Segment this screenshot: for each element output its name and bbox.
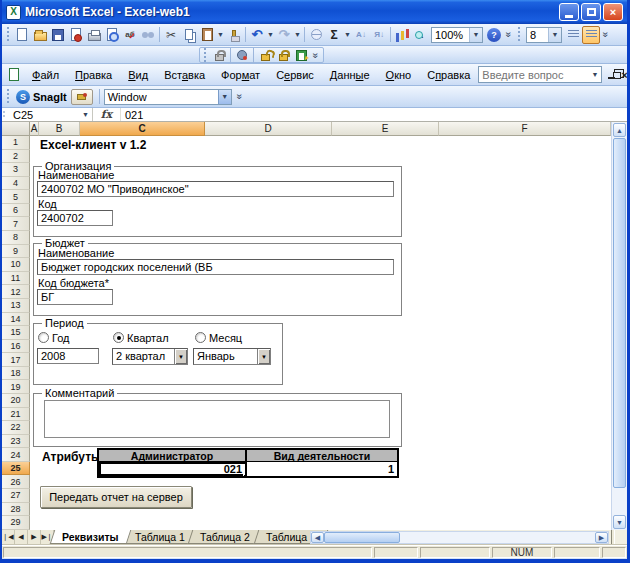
submit-report-button[interactable]: Передать отчет на сервер — [40, 486, 192, 508]
toolbar-grip[interactable] — [6, 89, 11, 104]
row-header-7[interactable]: 7 — [2, 217, 30, 231]
protect-lock-icon[interactable] — [210, 46, 228, 64]
undo-dropdown-icon[interactable]: ▼ — [266, 26, 275, 44]
year-radio[interactable] — [38, 332, 49, 343]
name-box[interactable]: C25 ▼ — [7, 108, 93, 121]
format-painter-button[interactable] — [225, 26, 243, 44]
quarter-combobox[interactable]: 2 квартал ▼ — [112, 348, 188, 365]
column-header-D[interactable]: D — [205, 122, 332, 136]
row-header-9[interactable]: 9 — [2, 245, 30, 259]
toolbar-options-icon[interactable]: » — [234, 88, 246, 106]
minimize-button[interactable] — [559, 3, 579, 21]
row-header-6[interactable]: 6 — [2, 204, 30, 218]
permission-button[interactable] — [67, 26, 85, 44]
budget-name-input[interactable] — [37, 259, 394, 275]
vertical-scrollbar-thumb[interactable] — [613, 138, 626, 488]
horizontal-scrollbar[interactable]: ◀ ▶ — [310, 531, 609, 544]
snagit-capture-button[interactable] — [71, 89, 93, 105]
toolbar-grip[interactable] — [517, 27, 522, 42]
menu-item-Данные[interactable]: Данные — [322, 67, 378, 83]
maximize-button[interactable] — [581, 3, 601, 21]
next-sheet-icon[interactable]: ▶ — [28, 530, 41, 544]
formula-input[interactable]: 021 — [121, 108, 627, 121]
font-size-combobox[interactable]: 8 ▼ — [526, 27, 562, 43]
row-header-4[interactable]: 4 — [2, 177, 30, 191]
align-right-button[interactable] — [582, 26, 600, 44]
research-button[interactable] — [139, 26, 157, 44]
select-all-corner[interactable] — [2, 122, 30, 136]
quarter-dropdown-icon[interactable]: ▼ — [174, 349, 187, 364]
first-sheet-icon[interactable]: ❘◀ — [2, 530, 15, 544]
question-dropdown-icon[interactable]: ▼ — [588, 67, 601, 82]
scroll-right-icon[interactable]: ▶ — [595, 532, 608, 543]
row-header-17[interactable]: 17 — [2, 353, 30, 367]
menu-item-Правка[interactable]: Правка — [67, 67, 120, 83]
active-cell-C25[interactable]: 021 — [99, 462, 247, 476]
column-header-E[interactable]: E — [332, 122, 439, 136]
horizontal-scrollbar-track[interactable] — [324, 532, 595, 543]
row-header-15[interactable]: 15 — [2, 326, 30, 340]
close-button[interactable]: × — [603, 3, 623, 21]
question-box[interactable]: ▼ — [478, 66, 602, 83]
print-button[interactable] — [85, 26, 103, 44]
menu-item-Файл[interactable]: Файл — [24, 67, 67, 83]
menu-item-Вид[interactable]: Вид — [120, 67, 156, 83]
row-header-20[interactable]: 20 — [2, 394, 30, 408]
comment-textarea[interactable] — [44, 400, 390, 438]
cut-button[interactable]: ✂ — [162, 26, 180, 44]
toolbar-options-icon[interactable]: » — [503, 26, 515, 44]
scroll-down-icon[interactable]: ▼ — [613, 515, 626, 529]
lock-icon[interactable] — [274, 46, 292, 64]
quarter-radio-label[interactable]: Квартал — [127, 332, 169, 344]
row-header-12[interactable]: 12 — [2, 285, 30, 299]
quarter-radio[interactable] — [113, 332, 124, 343]
budget-code-input[interactable] — [37, 289, 113, 305]
sheet-tab-Таблица 2[interactable]: Таблица 2 — [188, 530, 262, 544]
align-center-button[interactable] — [564, 26, 582, 44]
row-header-11[interactable]: 11 — [2, 272, 30, 286]
redo-dropdown-icon[interactable]: ▼ — [293, 26, 302, 44]
row-header-21[interactable]: 21 — [2, 408, 30, 422]
row-header-22[interactable]: 22 — [2, 421, 30, 435]
menu-item-Окно[interactable]: Окно — [378, 67, 420, 83]
sort-ascending-button[interactable]: А↓ — [352, 26, 370, 44]
copy-button[interactable] — [180, 26, 198, 44]
column-header-B[interactable]: B — [39, 122, 80, 136]
month-dropdown-icon[interactable]: ▼ — [257, 349, 270, 364]
month-radio[interactable] — [195, 332, 206, 343]
autosum-dropdown-icon[interactable]: ▼ — [343, 26, 352, 44]
row-header-14[interactable]: 14 — [2, 313, 30, 327]
vertical-scrollbar[interactable]: ▲ ▼ — [611, 122, 627, 530]
sheet-canvas[interactable]: Excel-клиент v 1.2 Организация Наименова… — [30, 136, 611, 530]
drawing-button[interactable]: А — [411, 26, 429, 44]
row-header-10[interactable]: 10 — [2, 258, 30, 272]
year-radio-label[interactable]: Год — [52, 332, 70, 344]
row-header-23[interactable]: 23 — [2, 435, 30, 449]
horizontal-scrollbar-thumb[interactable] — [324, 532, 400, 543]
row-header-29[interactable]: 29 — [2, 516, 30, 530]
row-header-19[interactable]: 19 — [2, 380, 30, 394]
zoom-dropdown-icon[interactable]: ▼ — [469, 28, 482, 42]
export-book-icon[interactable] — [292, 46, 310, 64]
row-header-25[interactable]: 25 — [2, 462, 30, 476]
row-header-16[interactable]: 16 — [2, 340, 30, 354]
row-header-2[interactable]: 2 — [2, 150, 30, 164]
signature-stamp-icon[interactable] — [233, 46, 251, 64]
row-header-24[interactable]: 24 — [2, 448, 30, 462]
save-button[interactable] — [49, 26, 67, 44]
toolbar-grip[interactable] — [203, 48, 208, 63]
help-button[interactable]: ? — [485, 26, 503, 44]
menu-item-Сервис[interactable]: Сервис — [268, 67, 322, 83]
toolbar-grip[interactable] — [6, 27, 11, 42]
print-preview-button[interactable] — [103, 26, 121, 44]
undo-button[interactable]: ↶ — [248, 26, 266, 44]
row-header-26[interactable]: 26 — [2, 475, 30, 489]
column-header-A[interactable]: A — [30, 122, 39, 136]
unlock-icon[interactable] — [256, 46, 274, 64]
org-code-input[interactable] — [37, 210, 113, 226]
year-input[interactable] — [37, 348, 99, 364]
row-header-8[interactable]: 8 — [2, 231, 30, 245]
name-box-dropdown-icon[interactable]: ▼ — [79, 111, 92, 118]
open-button[interactable] — [31, 26, 49, 44]
row-header-1[interactable]: 1 — [2, 136, 30, 150]
